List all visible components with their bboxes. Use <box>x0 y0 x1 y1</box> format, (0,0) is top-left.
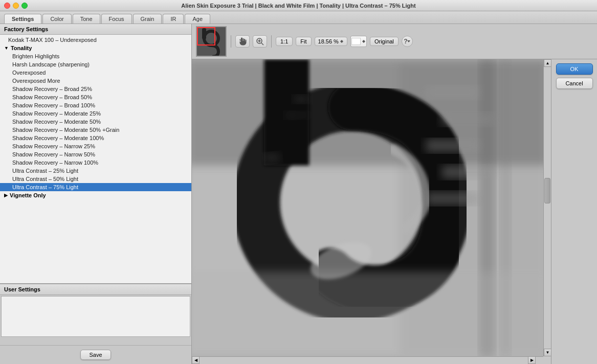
tab-tone[interactable]: Tone <box>73 14 100 24</box>
top-toolbar: 1:1 Fit 18.56 % <box>192 24 597 59</box>
presets-list-wrapper: Kodak T-MAX 100 – Underexposed ▼ Tonalit… <box>0 35 191 283</box>
svg-rect-22 <box>442 166 495 179</box>
preset-ultra-25[interactable]: Ultra Contrast – 25% Light <box>0 167 191 175</box>
zoom-tool-button[interactable] <box>253 35 267 48</box>
scroll-thumb-vertical[interactable] <box>544 178 550 203</box>
thumbnail[interactable] <box>196 26 227 57</box>
scroll-left-arrow[interactable]: ◀ <box>192 356 200 364</box>
image-preview-area: 596! 410 97 21c <box>192 59 551 364</box>
preset-shadow-mod-50g[interactable]: Shadow Recovery – Moderate 50% +Grain <box>0 126 191 134</box>
factory-settings-header: Factory Settings <box>0 24 191 35</box>
user-settings-header: User Settings <box>0 284 191 295</box>
horizontal-scrollbar[interactable]: ◀ ▶ <box>192 356 543 364</box>
close-button[interactable] <box>4 3 10 9</box>
zoom-icon <box>256 37 264 46</box>
save-button[interactable]: Save <box>80 350 110 360</box>
preset-shadow-nar-100[interactable]: Shadow Recovery – Narrow 100% <box>0 158 191 167</box>
preset-shadow-nar-50[interactable]: Shadow Recovery – Narrow 50% <box>0 150 191 158</box>
svg-rect-2 <box>202 28 206 39</box>
scroll-right-arrow[interactable]: ▶ <box>528 356 536 364</box>
zoom-1-1-button[interactable]: 1:1 <box>276 37 293 46</box>
preview-image: 596! 410 97 21c <box>192 59 543 356</box>
zoom-level-selector[interactable]: 18.56 % <box>315 37 347 46</box>
hand-tool-button[interactable] <box>235 35 250 48</box>
preset-harsh-landscape[interactable]: Harsh Landscape (sharpening) <box>0 60 191 69</box>
tab-color[interactable]: Color <box>42 14 71 24</box>
help-dropdown-icon <box>407 40 410 43</box>
window-title: Alien Skin Exposure 3 Trial | Black and … <box>181 3 415 9</box>
preset-shadow-nar-25[interactable]: Shadow Recovery – Narrow 25% <box>0 142 191 150</box>
original-button[interactable]: Original <box>370 37 399 46</box>
maximize-button[interactable] <box>21 3 28 9</box>
center-right: 1:1 Fit 18.56 % <box>192 24 597 364</box>
cancel-button[interactable]: Cancel <box>556 78 593 89</box>
color-swatch-button[interactable] <box>350 36 367 47</box>
swatch-arrow-icon <box>362 39 366 44</box>
action-panel: OK Cancel <box>551 59 597 364</box>
zoom-arrow-icon <box>340 39 344 44</box>
tonality-label: Tonality <box>11 45 32 51</box>
tab-grain[interactable]: Grain <box>133 14 162 24</box>
preset-overexposed[interactable]: Overexposed <box>0 69 191 77</box>
svg-rect-21 <box>426 139 479 152</box>
svg-text:21c: 21c <box>263 151 281 164</box>
user-settings-section: User Settings <box>0 284 191 345</box>
minimize-button[interactable] <box>13 3 19 9</box>
triangle-icon: ▼ <box>4 46 9 51</box>
svg-text:596!: 596! <box>293 95 311 103</box>
preset-brighten-highlights[interactable]: Brighten Highlights <box>0 52 191 60</box>
scroll-corner <box>543 356 551 364</box>
svg-rect-19 <box>426 86 479 99</box>
tab-age[interactable]: Age <box>185 14 210 24</box>
svg-text:410 97: 410 97 <box>285 111 308 119</box>
presets-list[interactable]: Kodak T-MAX 100 – Underexposed ▼ Tonalit… <box>0 35 191 283</box>
svg-rect-24 <box>192 271 543 356</box>
preset-ultra-75[interactable]: Ultra Contrast – 75% Light <box>0 183 191 191</box>
presets-section: Factory Settings Kodak T-MAX 100 – Under… <box>0 24 191 284</box>
tab-focus[interactable]: Focus <box>101 14 132 24</box>
center-content: 596! 410 97 21c <box>192 59 597 364</box>
help-button[interactable]: ? <box>402 36 413 47</box>
app-body: Settings Color Tone Focus Grain IR Age F… <box>0 11 597 364</box>
user-settings-body <box>1 296 190 337</box>
scroll-down-arrow[interactable]: ▼ <box>544 349 551 356</box>
toolbar-separator-1 <box>231 35 231 48</box>
white-swatch <box>351 38 361 45</box>
preset-shadow-mod-50[interactable]: Shadow Recovery – Moderate 50% <box>0 118 191 126</box>
help-icon: ? <box>404 38 407 45</box>
preset-ultra-50[interactable]: Ultra Contrast – 50% Light <box>0 175 191 183</box>
preset-shadow-broad-25[interactable]: Shadow Recovery – Broad 25% <box>0 85 191 93</box>
zoom-value: 18.56 % <box>318 38 339 44</box>
preset-shadow-mod-25[interactable]: Shadow Recovery – Moderate 25% <box>0 109 191 118</box>
ok-button[interactable]: OK <box>556 63 593 75</box>
scroll-up-arrow[interactable]: ▲ <box>544 59 551 67</box>
svg-rect-23 <box>426 192 479 205</box>
image-container: 596! 410 97 21c <box>192 59 543 356</box>
triangle-vignette-icon: ▶ <box>4 193 8 198</box>
thumbnail-image <box>197 27 226 56</box>
main-layout: Factory Settings Kodak T-MAX 100 – Under… <box>0 24 597 364</box>
preset-group-vignette[interactable]: ▶ Vignette Only <box>0 191 191 199</box>
traffic-lights <box>4 3 28 9</box>
tabbar: Settings Color Tone Focus Grain IR Age <box>0 11 597 24</box>
tab-settings[interactable]: Settings <box>4 14 41 24</box>
toolbar-separator-2 <box>271 35 272 48</box>
thumbnail-svg <box>197 27 226 56</box>
svg-line-4 <box>261 43 263 45</box>
vignette-label: Vignette Only <box>10 192 46 198</box>
save-area: Save <box>0 345 191 364</box>
left-panel: Factory Settings Kodak T-MAX 100 – Under… <box>0 24 192 364</box>
preset-group-tonality[interactable]: ▼ Tonality <box>0 44 191 52</box>
preset-overexposed-more[interactable]: Overexposed More <box>0 77 191 85</box>
preset-shadow-broad-50[interactable]: Shadow Recovery – Broad 50% <box>0 93 191 101</box>
preset-shadow-mod-100[interactable]: Shadow Recovery – Moderate 100% <box>0 134 191 142</box>
titlebar: Alien Skin Exposure 3 Trial | Black and … <box>0 0 597 11</box>
svg-rect-20 <box>442 112 495 126</box>
preset-kodak[interactable]: Kodak T-MAX 100 – Underexposed <box>0 36 191 44</box>
preset-shadow-broad-100[interactable]: Shadow Recovery – Broad 100% <box>0 101 191 109</box>
vertical-scrollbar[interactable]: ▲ ▼ <box>543 59 551 356</box>
hand-icon <box>238 37 247 46</box>
tab-ir[interactable]: IR <box>163 14 184 24</box>
zoom-fit-button[interactable]: Fit <box>296 37 311 46</box>
